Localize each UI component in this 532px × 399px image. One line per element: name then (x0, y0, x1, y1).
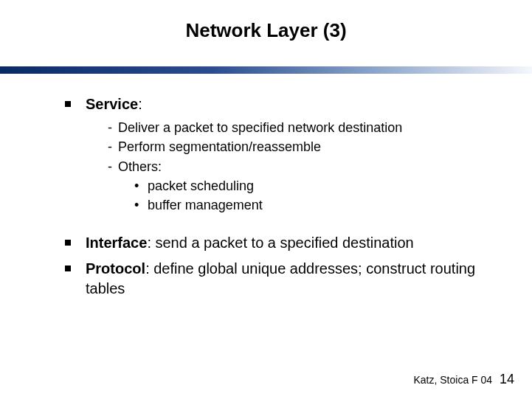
square-bullet-icon (65, 101, 71, 107)
slide: Network Layer (3) Service: - Deliver a p… (0, 0, 532, 399)
bullet-interface: Interface: send a packet to a specified … (65, 233, 502, 253)
square-bullet-icon (65, 266, 71, 271)
bullet-text: Protocol: define global unique addresses… (86, 259, 502, 299)
dot-bullet-icon: • (134, 196, 148, 214)
dot-bullet-icon: • (134, 177, 148, 195)
slide-title: Network Layer (3) (0, 19, 532, 42)
list-item: - Others: (108, 158, 502, 176)
list-item: • packet scheduling (134, 177, 502, 195)
list-item: • buffer management (134, 196, 502, 214)
dash-bullet-icon: - (108, 138, 118, 156)
sub-sub-list: • packet scheduling • buffer management (134, 177, 502, 215)
square-bullet-icon (65, 240, 71, 246)
divider-bar (0, 66, 532, 74)
bullet-rest: : send a packet to a specified destinati… (147, 235, 413, 251)
sub-text: Others: (118, 158, 162, 176)
footer: Katz, Stoica F 04 14 (413, 372, 514, 387)
sub-text: Perform segmentation/reassemble (118, 138, 321, 156)
bullet-row: Service: (65, 94, 502, 114)
page-number: 14 (500, 372, 514, 386)
dash-bullet-icon: - (108, 119, 118, 136)
sub-text: Deliver a packet to specified network de… (118, 119, 402, 136)
footer-credit: Katz, Stoica F 04 (413, 374, 492, 386)
sub2-text: packet scheduling (148, 177, 254, 195)
bullet-heading: Protocol (86, 260, 145, 277)
bullet-protocol: Protocol: define global unique addresses… (65, 259, 502, 299)
bullet-text: Interface: send a packet to a specified … (86, 233, 502, 253)
bullet-row: Protocol: define global unique addresses… (65, 259, 502, 299)
bullet-text: Service: (86, 94, 502, 114)
bullet-row: Interface: send a packet to a specified … (65, 233, 502, 253)
sub2-text: buffer management (148, 196, 263, 214)
list-item: - Perform segmentation/reassemble (108, 138, 502, 156)
bullet-heading: Interface (86, 235, 147, 251)
sub-list: - Deliver a packet to specified network … (108, 119, 502, 214)
bullet-heading: Service (86, 96, 138, 112)
bullet-rest: : (138, 96, 142, 112)
dash-bullet-icon: - (108, 158, 118, 176)
slide-body: Service: - Deliver a packet to specified… (65, 94, 502, 318)
list-item: - Deliver a packet to specified network … (108, 119, 502, 136)
bullet-service: Service: - Deliver a packet to specified… (65, 94, 502, 214)
